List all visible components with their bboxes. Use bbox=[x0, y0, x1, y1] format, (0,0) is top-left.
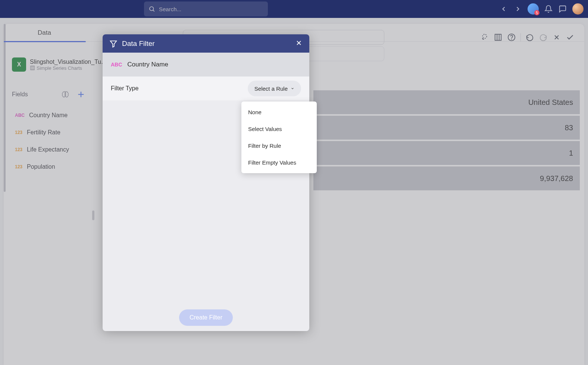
svg-line-1 bbox=[153, 10, 154, 11]
filter-icon bbox=[109, 40, 118, 48]
global-search[interactable] bbox=[144, 1, 268, 16]
search-icon bbox=[148, 6, 155, 12]
workspace-avatar[interactable]: 5 bbox=[528, 3, 539, 15]
dropdown-option-none[interactable]: None bbox=[241, 104, 317, 121]
user-avatar[interactable] bbox=[572, 3, 584, 15]
comments-icon[interactable] bbox=[558, 4, 567, 13]
modal-title: Data Filter bbox=[122, 40, 155, 48]
filter-type-label: Filter Type bbox=[111, 85, 138, 92]
dropdown-option-select-values[interactable]: Select Values bbox=[241, 121, 317, 137]
top-bar: 5 bbox=[0, 0, 588, 18]
create-filter-button[interactable]: Create Filter bbox=[179, 309, 233, 326]
dropdown-option-filter-empty[interactable]: Filter Empty Values bbox=[241, 154, 317, 171]
modal-header: Data Filter bbox=[103, 34, 309, 53]
field-name-label: Country Name bbox=[127, 61, 168, 68]
chevron-down-icon bbox=[291, 86, 294, 91]
svg-point-0 bbox=[150, 7, 154, 11]
svg-marker-15 bbox=[110, 41, 117, 47]
modal-field-bar: ABC Country Name bbox=[103, 53, 309, 77]
select-rule-button[interactable]: Select a Rule bbox=[248, 81, 301, 96]
notifications-icon[interactable] bbox=[544, 4, 553, 13]
workspace: Data fe Expectancy X Slingshot_Visualiza… bbox=[0, 18, 588, 365]
filter-type-row: Filter Type Select a Rule bbox=[103, 77, 309, 100]
dropdown-option-filter-by-rule[interactable]: Filter by Rule bbox=[241, 137, 317, 154]
nav-forward-icon[interactable] bbox=[513, 4, 522, 13]
search-input[interactable] bbox=[159, 6, 252, 12]
topbar-actions: 5 bbox=[499, 3, 584, 15]
nav-back-icon[interactable] bbox=[499, 4, 508, 13]
modal-close-button[interactable] bbox=[295, 39, 303, 48]
data-filter-modal: Data Filter ABC Country Name Filter Type… bbox=[103, 34, 309, 331]
field-type-badge: ABC bbox=[111, 62, 122, 68]
rule-dropdown: None Select Values Filter by Rule Filter… bbox=[241, 102, 317, 173]
avatar-badge: 5 bbox=[534, 10, 539, 15]
